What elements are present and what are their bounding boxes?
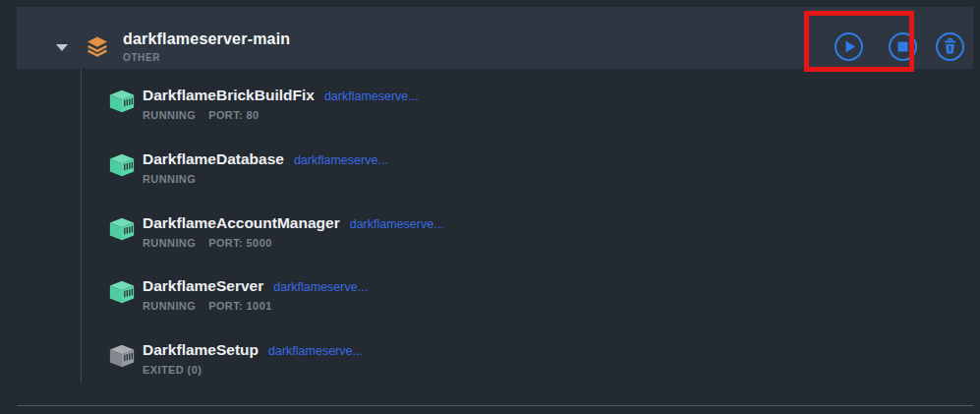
container-link[interactable]: darkflameserve... (350, 217, 444, 231)
container-port: PORT: 80 (208, 109, 259, 121)
stop-icon (891, 34, 915, 59)
container-status: EXITED (0) (143, 364, 202, 376)
container-name: DarkflameServer (143, 277, 263, 294)
container-cube-icon (107, 215, 137, 247)
stack-header[interactable]: darkflameserver-main OTHER (17, 7, 973, 69)
container-name: DarkflameBrickBuildFix (143, 87, 315, 103)
container-row: DarkflameServerdarkflameserve... RUNNING… (107, 276, 368, 312)
stack-name: darkflameserver-main (123, 30, 290, 48)
container-name: DarkflameSetup (143, 341, 259, 358)
container-port: PORT: 1001 (208, 300, 272, 312)
stop-stack-button[interactable] (889, 32, 917, 61)
layers-icon (86, 34, 109, 63)
container-row: DarkflameSetupdarkflameserve... EXITED (… (107, 340, 363, 376)
divider (17, 405, 973, 406)
tree-guide-line (81, 69, 82, 384)
container-row: DarkflameAccountManagerdarkflameserve...… (107, 213, 444, 249)
container-status: RUNNING (143, 173, 196, 185)
stack-details-panel: darkflameserver-main OTHER (0, 0, 980, 414)
start-stack-button[interactable] (835, 32, 863, 61)
chevron-down-icon[interactable] (56, 44, 68, 51)
container-port: PORT: 5000 (208, 237, 272, 249)
container-name: DarkflameDatabase (143, 150, 284, 167)
delete-stack-button[interactable] (936, 32, 964, 61)
container-cube-icon (107, 151, 137, 183)
container-row: DarkflameDatabasedarkflameserve... RUNNI… (107, 149, 388, 185)
container-link[interactable]: darkflameserve... (324, 89, 419, 103)
container-link[interactable]: darkflameserve... (273, 280, 368, 294)
container-cube-icon (107, 342, 137, 374)
play-icon (836, 34, 861, 59)
container-status: RUNNING (143, 300, 196, 312)
container-status: RUNNING (143, 109, 196, 121)
container-link[interactable]: darkflameserve... (294, 153, 388, 167)
container-link[interactable]: darkflameserve... (268, 344, 363, 358)
container-name: DarkflameAccountManager (143, 214, 340, 231)
container-cube-icon (107, 88, 137, 119)
stack-type-label: OTHER (123, 52, 160, 63)
container-row: DarkflameBrickBuildFixdarkflameserve... … (107, 86, 419, 121)
container-status: RUNNING (143, 237, 196, 249)
trash-icon (938, 34, 962, 59)
container-cube-icon (107, 278, 137, 310)
